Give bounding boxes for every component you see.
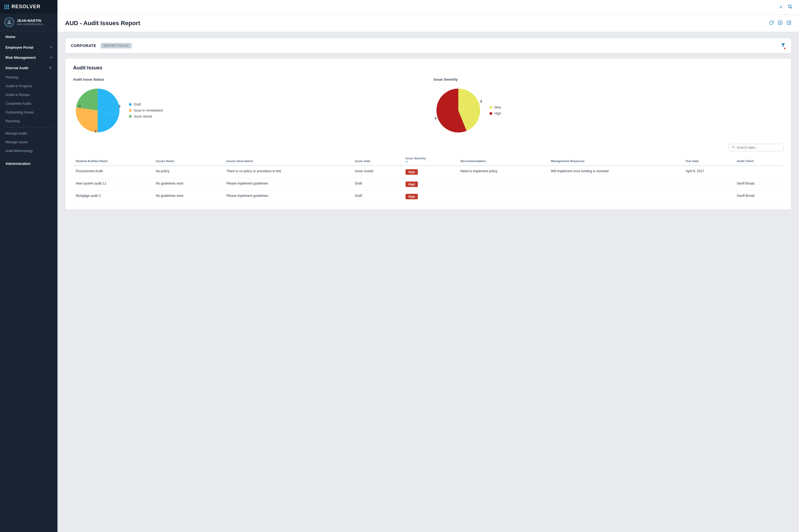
col-related-audit: Related Audit(s) Name — [73, 154, 153, 166]
cell-state: Draft — [352, 178, 403, 191]
severity-chart-legend: Med High — [490, 106, 501, 115]
audits-in-progress-label: Audits in Progress — [5, 84, 32, 88]
audit-issues-title: Audit Issues — [73, 65, 783, 71]
audits-in-review-label: Audits in Review — [5, 93, 30, 97]
cell-due-date: April 8, 2017 — [683, 166, 734, 178]
home-label: Home — [5, 35, 15, 39]
sidebar-item-manage-issues[interactable]: Manage Issues — [0, 138, 57, 147]
cell-recommendation: Need to implement policy — [458, 166, 548, 178]
cell-mgmt-response — [548, 178, 683, 191]
planning-label: Planning — [5, 75, 18, 79]
completed-audits-label: Completed Audits — [5, 102, 31, 106]
sidebar-item-completed-audits[interactable]: Completed Audits — [0, 99, 57, 108]
table-header-row: Related Audit(s) Name Issues Name Issues… — [73, 154, 783, 166]
cell-audit-client — [734, 166, 783, 178]
cell-mgmt-response: Will implement once funding is received — [548, 166, 683, 178]
filter-active-dot — [784, 48, 786, 49]
sidebar-item-internal-audit[interactable]: Internal Audit ✕ — [0, 63, 57, 73]
cell-description: There is no policy or procedure in this — [223, 166, 352, 178]
sidebar-item-employee-portal[interactable]: Employee Portal ▾ — [0, 42, 57, 53]
employee-portal-label: Employee Portal — [5, 45, 33, 50]
filter-bar: CORPORATE REPORT FOCUS — [65, 38, 791, 53]
sidebar-item-home[interactable]: Home — [0, 31, 57, 42]
cell-issue-name: No guidelines exist — [153, 191, 223, 203]
cell-severity: High — [403, 166, 458, 178]
audit-issues-table: Related Audit(s) Name Issues Name Issues… — [73, 154, 783, 203]
search-button[interactable] — [787, 4, 793, 11]
severity-chart-title: Issue Severity — [434, 77, 783, 81]
search-box[interactable] — [729, 144, 783, 151]
sidebar-item-risk-management[interactable]: Risk Management ▾ — [0, 53, 57, 63]
cell-severity: High — [403, 178, 458, 191]
internal-audit-label: Internal Audit — [5, 66, 28, 70]
reporting-label: Reporting — [5, 119, 20, 123]
med-label: Med — [494, 106, 501, 109]
svg-point-8 — [732, 146, 734, 148]
cell-related-audit: Mortgage audit 3 — [73, 191, 153, 203]
closed-label: Issue closed — [134, 115, 152, 118]
cell-due-date — [683, 178, 734, 191]
severity-pie-chart: 3 4 — [434, 86, 483, 135]
cell-audit-client: Geoff Broad — [734, 191, 783, 203]
sidebar: RESOLVER JEAN MARTIN jean.martin@resolve… — [0, 0, 57, 532]
remediation-label: Issue in remediation — [134, 109, 163, 112]
cell-related-audit: Procurement Audit — [73, 166, 153, 178]
administration-label: Administration — [5, 162, 31, 166]
outstanding-issues-label: Outstanding Issues — [5, 111, 34, 114]
sidebar-item-audits-in-progress[interactable]: Audits in Progress — [0, 82, 57, 91]
add-button[interactable]: + — [779, 4, 783, 11]
status-chart-section: Audit Issue Status — [73, 77, 423, 135]
download-icon[interactable] — [778, 20, 783, 26]
closed-dot — [129, 115, 132, 118]
sidebar-item-audits-in-review[interactable]: Audits in Review — [0, 91, 57, 99]
page-title: AUD - Audit Issues Report — [65, 20, 140, 27]
main-area: + AUD - Audit Issues Report CORPORATE RE… — [57, 0, 799, 532]
col-due-date: Due Date — [683, 154, 734, 166]
severity-badge: High — [405, 169, 418, 175]
legend-med: Med — [490, 106, 501, 109]
legend-closed: Issue closed — [129, 115, 163, 118]
charts-row: Audit Issue Status — [73, 77, 783, 135]
legend-draft: Draft — [129, 102, 163, 106]
svg-point-0 — [8, 20, 11, 22]
col-severity[interactable]: Issue Severity ▲ — [403, 154, 458, 166]
search-icon — [732, 146, 735, 150]
page-header: AUD - Audit Issues Report — [57, 15, 799, 32]
severity-badge: High — [405, 182, 418, 187]
col-description: Issues Description — [223, 154, 352, 166]
refresh-icon[interactable] — [769, 20, 774, 26]
sidebar-item-reporting[interactable]: Reporting — [0, 117, 57, 126]
cell-issue-name: No guidelines exist — [153, 178, 223, 191]
avatar — [4, 17, 14, 27]
cell-recommendation — [458, 178, 548, 191]
legend-remediation: Issue in remediation — [129, 109, 163, 112]
logo-grid-icon — [4, 5, 9, 9]
chart-label-2a: 2 — [79, 104, 81, 108]
sidebar-item-administration[interactable]: Administration — [0, 158, 57, 169]
sidebar-item-planning[interactable]: Planning — [0, 73, 57, 82]
cell-audit-client: Geoff Broad — [734, 178, 783, 191]
sidebar-item-outstanding-issues[interactable]: Outstanding Issues — [0, 108, 57, 117]
sidebar-item-manage-audits[interactable]: Manage Audits — [0, 129, 57, 138]
table-search-row — [73, 144, 783, 151]
col-state: Issue state — [352, 154, 403, 166]
sev-label-3: 3 — [480, 99, 482, 103]
topbar: + — [57, 0, 799, 15]
header-actions — [769, 20, 791, 26]
col-issue-name: Issues Name — [153, 154, 223, 166]
export-icon[interactable] — [786, 20, 791, 26]
audit-issues-card: Audit Issues Audit Issue Status — [65, 58, 791, 210]
sidebar-item-audit-methodology[interactable]: Audit Methodology — [0, 147, 57, 155]
draft-label: Draft — [134, 102, 141, 106]
status-chart-title: Audit Issue Status — [73, 77, 423, 81]
cell-due-date — [683, 191, 734, 203]
svg-point-1 — [788, 5, 791, 8]
filter-icon-wrapper[interactable] — [781, 43, 786, 49]
audit-methodology-label: Audit Methodology — [5, 149, 33, 153]
cell-state: Draft — [352, 191, 403, 203]
chevron-down-icon: ▾ — [50, 46, 52, 49]
table-row: Mortgage audit 3 No guidelines exist Ple… — [73, 191, 783, 203]
search-input[interactable] — [737, 146, 780, 150]
high-label: High — [494, 112, 501, 115]
user-profile[interactable]: JEAN MARTIN jean.martin@resolver... — [0, 13, 57, 31]
